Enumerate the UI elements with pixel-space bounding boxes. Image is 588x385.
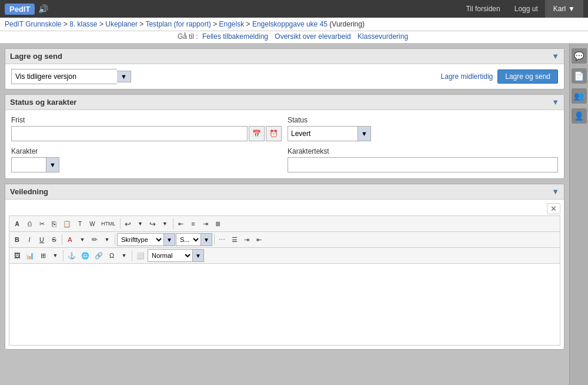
veiledning-filter-icon[interactable]: ▼ xyxy=(552,187,559,196)
version-select-arrow[interactable]: ▼ xyxy=(117,71,131,82)
tb-sep-1 xyxy=(120,218,121,229)
tb-font-color[interactable]: A xyxy=(64,233,76,246)
tb-print[interactable]: ⎙ xyxy=(24,217,35,230)
karakter-select-arrow[interactable]: ▼ xyxy=(46,157,59,172)
tb-paste-word[interactable]: W xyxy=(86,217,98,230)
tb-align-left[interactable]: ⇤ xyxy=(175,217,187,230)
user-menu-button[interactable]: Karl ▼ xyxy=(545,0,583,18)
tb-link[interactable]: 🌐 xyxy=(79,249,92,262)
font-size-arrow[interactable]: ▼ xyxy=(201,233,212,246)
paragraph-format-select[interactable]: Normal Heading 1 Heading 2 Heading 3 xyxy=(148,249,193,262)
status-filter-icon[interactable]: ▼ xyxy=(552,98,559,107)
tb-image[interactable]: 🖼 xyxy=(11,249,23,262)
tb-paste-html[interactable]: HTML xyxy=(99,217,118,230)
tb-link2[interactable]: 🔗 xyxy=(92,249,105,262)
tb-unordered-list[interactable]: ☰ xyxy=(229,233,240,246)
editor-close-button[interactable]: ✕ xyxy=(547,203,560,214)
tb-indent[interactable]: ⇥ xyxy=(241,233,253,246)
breadcrumb-oppgave[interactable]: Engelskoppgave uke 45 xyxy=(252,20,328,28)
sound-icon[interactable]: 🔊 xyxy=(38,4,48,14)
tb-undo-arrow[interactable]: ▼ xyxy=(135,217,146,230)
lagre-actions: Lagre midlertidig Lagre og send xyxy=(441,69,558,84)
breadcrumb-testplan[interactable]: Testplan (for rapport) xyxy=(145,20,211,28)
breadcrumb-ukeplaner[interactable]: Ukeplaner xyxy=(105,20,138,28)
tb-paste[interactable]: 📋 xyxy=(61,217,74,230)
tb-bold[interactable]: B xyxy=(11,233,23,246)
tb-special-char-arrow[interactable]: ▼ xyxy=(118,249,130,262)
frist-input[interactable] xyxy=(11,126,248,141)
tb-outdent[interactable]: ⇤ xyxy=(253,233,265,246)
tb-redo[interactable]: ↪ xyxy=(147,217,159,230)
lagre-panel-title: Lagre og send xyxy=(10,52,62,61)
font-family-arrow[interactable]: ▼ xyxy=(164,233,175,246)
user-chevron-icon: ▼ xyxy=(568,5,575,13)
tb-highlight-arrow[interactable]: ▼ xyxy=(101,233,113,246)
tb-sep-2 xyxy=(173,218,173,229)
tb-cut[interactable]: ✂ xyxy=(36,217,48,230)
logg-ut-button[interactable]: Logg ut xyxy=(507,0,545,18)
calendar-icon[interactable]: 📅 xyxy=(249,126,265,141)
tb-underline[interactable]: U xyxy=(36,233,48,246)
breadcrumb: PedIT Grunnskole > 8. klasse > Ukeplaner… xyxy=(0,18,588,31)
veiledning-panel-body: ✕ A ⎙ ✂ ⎘ 📋 T W HTML ↩ ▼ ↪ ▼ xyxy=(5,200,564,349)
tb-source[interactable]: A xyxy=(11,217,23,230)
tb-strikethrough[interactable]: S xyxy=(48,233,60,246)
editor-content[interactable] xyxy=(9,263,560,346)
users-icon[interactable]: 👥 xyxy=(572,88,587,104)
goto-felles[interactable]: Felles tilbakemelding xyxy=(202,32,268,41)
goto-label: Gå til : xyxy=(178,32,198,41)
goto-klasse[interactable]: Klassevurdering xyxy=(358,32,408,41)
tb-undo[interactable]: ↩ xyxy=(122,217,134,230)
goto-oversikt[interactable]: Oversikt over elevarbeid xyxy=(275,32,350,41)
font-size-select[interactable]: S... xyxy=(176,233,201,246)
tb-table[interactable]: ⊞ xyxy=(37,249,49,262)
tb-sep-3 xyxy=(62,234,62,245)
paragraph-format-arrow[interactable]: ▼ xyxy=(193,249,204,262)
karaktertekst-input[interactable] xyxy=(288,157,558,172)
top-bar: PedIT 🔊 Til forsiden Logg ut Karl ▼ xyxy=(0,0,588,18)
font-family-select[interactable]: Skrifttype xyxy=(117,233,164,246)
tb-paste-text[interactable]: T xyxy=(74,217,86,230)
lagre-midlertidig-button[interactable]: Lagre midlertidig xyxy=(441,72,493,81)
tb-ordered-list[interactable]: ⋯ xyxy=(216,233,228,246)
tb-align-right[interactable]: ⇥ xyxy=(200,217,212,230)
tb-justify[interactable]: ≣ xyxy=(212,217,224,230)
status-panel-body: Frist 📅 ⏰ Status Levert Ikke levert Unde… xyxy=(5,110,564,178)
status-panel-title: Status og karakter xyxy=(10,98,76,107)
goto-bar: Gå til : Felles tilbakemelding Oversikt … xyxy=(0,31,588,44)
karaktertekst-group: Karaktertekst xyxy=(288,147,558,172)
til-forsiden-button[interactable]: Til forsiden xyxy=(459,0,507,18)
status-select[interactable]: Levert Ikke levert Under arbeid xyxy=(288,126,358,141)
tb-anchor[interactable]: ⚓ xyxy=(65,249,78,262)
document-icon[interactable]: 📄 xyxy=(572,68,587,84)
tb-table-arrow[interactable]: ▼ xyxy=(49,249,61,262)
tb-align-center[interactable]: ≡ xyxy=(188,217,199,230)
status-select-arrow[interactable]: ▼ xyxy=(358,126,371,141)
tb-copy[interactable]: ⎘ xyxy=(48,217,60,230)
tb-div[interactable]: ⬜ xyxy=(134,249,147,262)
comments-icon[interactable]: 💬 xyxy=(572,48,587,64)
tb-italic[interactable]: I xyxy=(24,233,35,246)
clock-icon[interactable]: ⏰ xyxy=(266,126,282,141)
tb-special-char[interactable]: Ω xyxy=(106,249,118,262)
status-label: Status xyxy=(288,116,558,124)
tb-sep-4 xyxy=(115,234,115,245)
breadcrumb-pedit[interactable]: PedIT Grunnskole xyxy=(5,20,62,28)
logo[interactable]: PedIT xyxy=(5,4,35,15)
breadcrumb-klasse[interactable]: 8. klasse xyxy=(69,20,97,28)
frist-label: Frist xyxy=(11,116,282,124)
karakter-label: Karakter xyxy=(11,147,282,155)
lagre-filter-icon[interactable]: ▼ xyxy=(552,52,559,61)
tb-highlight[interactable]: ✏ xyxy=(89,233,101,246)
breadcrumb-engelsk[interactable]: Engelsk xyxy=(219,20,244,28)
lagre-og-send-button[interactable]: Lagre og send xyxy=(497,69,558,84)
tb-flash[interactable]: 📊 xyxy=(24,249,36,262)
tb-font-color-arrow[interactable]: ▼ xyxy=(76,233,88,246)
tb-sep-6 xyxy=(63,250,64,261)
tb-redo-arrow[interactable]: ▼ xyxy=(159,217,171,230)
person-icon[interactable]: 👤 xyxy=(572,108,587,124)
karakter-select[interactable] xyxy=(11,157,46,172)
version-select[interactable]: Vis tidligere versjon xyxy=(11,69,117,84)
tb-sep-7 xyxy=(132,250,132,261)
veiledning-panel-header: Veiledning ▼ xyxy=(5,184,564,200)
